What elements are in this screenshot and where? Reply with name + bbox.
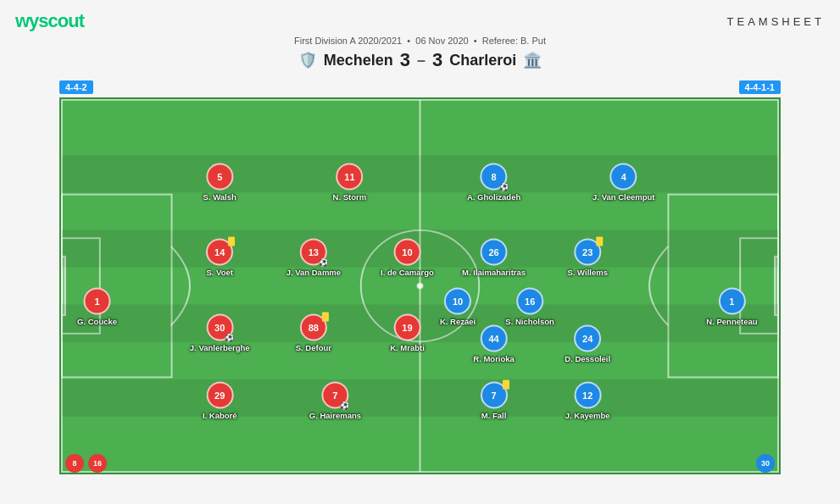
svg-rect-4 xyxy=(62,195,172,378)
pitch-container: 4-4-2 4-4-1-1 xyxy=(59,80,781,474)
match-score-row: 🛡️ Mechelen 3 – 3 Charleroi 🏛️ xyxy=(0,49,840,71)
referee: Referee: B. Put xyxy=(482,36,546,46)
logo: wyscout xyxy=(15,10,84,32)
sub-home-8: 8 xyxy=(65,454,84,473)
player-10: 10I. de Camargo xyxy=(381,238,434,276)
player-16: 16S. Nicholson xyxy=(505,287,554,325)
player-8: ⚽8A. Gholizadeh xyxy=(467,163,520,201)
svg-rect-6 xyxy=(668,195,778,378)
match-info: First Division A 2020/2021 • 06 Nov 2020… xyxy=(0,36,840,46)
player-4: 4J. Van Cleemput xyxy=(592,163,654,201)
subs-row: 81630 xyxy=(61,454,779,473)
player-10: 10K. Rezaei xyxy=(440,287,476,325)
competition: First Division A 2020/2021 xyxy=(294,36,402,46)
player-7: 7M. Fall xyxy=(481,382,508,420)
svg-point-3 xyxy=(418,284,423,289)
svg-rect-8 xyxy=(61,257,65,315)
away-formation: 4-4-1-1 xyxy=(739,80,781,94)
sub-home-16: 16 xyxy=(88,454,107,473)
player-1: 1N. Penneteau xyxy=(706,287,757,325)
sub-away-30: 30 xyxy=(756,454,775,473)
player-26: 26M. Ilaimaharitras xyxy=(462,238,526,276)
away-team-name: Charleroi xyxy=(449,52,516,69)
svg-point-14 xyxy=(417,283,424,290)
player-12: 12J. Kayembe xyxy=(565,382,610,420)
player-88: 88S. Defour xyxy=(296,313,331,352)
home-score: 3 xyxy=(400,49,410,71)
match-date: 06 Nov 2020 xyxy=(415,36,468,46)
player-5: 5S. Walsh xyxy=(203,163,236,201)
player-44: 44R. Morioka xyxy=(473,325,515,363)
header: wyscout TEAMSHEET xyxy=(0,10,840,32)
player-1: 1G. Coucke xyxy=(77,287,117,325)
player-29: 29I. Kaboré xyxy=(203,382,237,420)
pitch: 5S. Walsh11N. Storm14S. Voet⚽13J. Van Da… xyxy=(59,97,781,474)
player-11: 11N. Storm xyxy=(333,163,367,201)
away-score: 3 xyxy=(432,49,442,71)
player-14: 14S. Voet xyxy=(206,238,233,276)
svg-rect-0 xyxy=(62,100,778,472)
home-team-icon: 🛡️ xyxy=(298,51,317,69)
player-23: 23S. Willems xyxy=(568,238,608,276)
away-team-icon: 🏛️ xyxy=(523,51,542,69)
svg-rect-9 xyxy=(775,257,779,315)
teamsheet-label: TEAMSHEET xyxy=(727,15,825,28)
home-team-name: Mechelen xyxy=(324,52,393,69)
player-30: ⚽30J. Vanlerberghe xyxy=(190,313,250,352)
score-separator: – xyxy=(417,52,426,69)
player-24: 24D. Dessoleil xyxy=(565,325,610,363)
player-13: ⚽13J. Van Damme xyxy=(286,238,341,276)
player-7: ⚽7G. Hairemans xyxy=(309,382,361,420)
player-19: 19K. Mrabti xyxy=(390,313,425,352)
home-formation: 4-4-2 xyxy=(59,80,93,94)
